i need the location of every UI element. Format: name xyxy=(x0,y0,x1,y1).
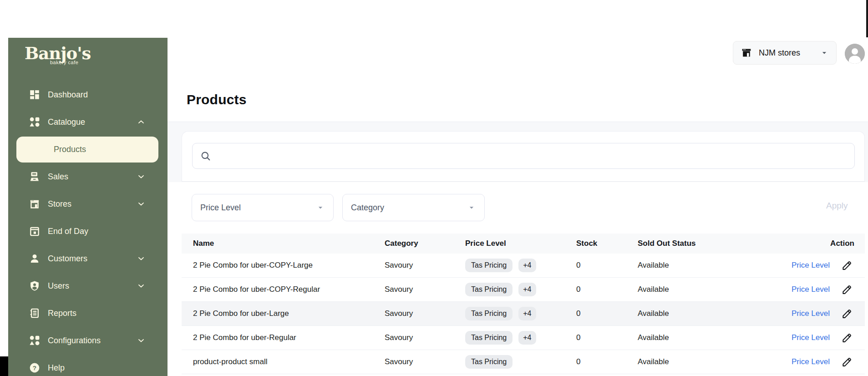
product-stock: 0 xyxy=(576,326,638,350)
user-avatar[interactable] xyxy=(845,44,865,64)
product-category: Savoury xyxy=(385,278,465,302)
sold-out-status: Available xyxy=(638,254,765,278)
scrollbar-edge[interactable] xyxy=(866,0,868,37)
search-box xyxy=(192,143,855,169)
search-input[interactable] xyxy=(212,143,854,168)
product-stock: 0 xyxy=(576,302,638,326)
product-name: product-product small xyxy=(182,350,385,374)
sold-out-status: Available xyxy=(638,278,765,302)
sidebar-item-customers[interactable]: Customers xyxy=(8,245,168,272)
table-row: 2 Pie Combo for uber-COPY-LargeSavouryTa… xyxy=(182,254,865,278)
sidebar-item-label: Customers xyxy=(48,254,87,264)
price-level-link[interactable]: Price Level xyxy=(792,261,830,270)
price-level-chip: Tas Pricing xyxy=(465,355,513,369)
price-level-link[interactable]: Price Level xyxy=(792,309,830,318)
banjos-logo: Banjo's bakery cafe xyxy=(25,44,116,65)
table-row: 2 Pie Combo for uber-RegularSavouryTas P… xyxy=(182,326,865,350)
edit-pencil-button[interactable] xyxy=(841,284,853,295)
sidebar-item-users[interactable]: Users xyxy=(8,272,168,300)
price-level-select-label: Price Level xyxy=(200,203,241,213)
sidebar-item-dashboard[interactable]: Dashboard xyxy=(8,81,168,108)
product-name: 2 Pie Combo for uber-Regular xyxy=(182,326,385,350)
column-header-action: Action xyxy=(765,234,865,254)
column-header-category: Category xyxy=(385,234,465,254)
sidebar-item-sales[interactable]: Sales xyxy=(8,163,168,190)
sidebar-item-label: Help xyxy=(48,363,65,373)
product-name: 2 Pie Combo for uber-COPY-Large xyxy=(182,254,385,278)
reports-icon xyxy=(29,307,41,319)
sidebar-item-label: Configurations xyxy=(48,336,101,346)
price-level-chip: Tas Pricing xyxy=(465,307,513,320)
chevron-up-icon xyxy=(137,117,146,127)
sidebar-item-catalogue[interactable]: Catalogue xyxy=(8,108,168,136)
sidebar-subitem-products-active[interactable]: Products xyxy=(16,137,158,163)
product-category: Savoury xyxy=(385,350,465,374)
sidebar-item-help[interactable]: ?Help xyxy=(8,354,168,376)
sidebar-item-label: Dashboard xyxy=(48,90,88,100)
table-row: 2 Pie Combo for uber-LargeSavouryTas Pri… xyxy=(182,302,865,326)
edit-pencil-button[interactable] xyxy=(841,259,853,271)
sold-out-status: Available xyxy=(638,326,765,350)
product-name: 2 Pie Combo for uber-COPY-Regular xyxy=(182,278,385,302)
column-header-price-level: Price Level xyxy=(465,234,576,254)
price-level-more-chip[interactable]: +4 xyxy=(518,307,536,320)
page-title: Products xyxy=(187,92,247,107)
column-header-stock: Stock xyxy=(576,234,638,254)
price-level-more-chip[interactable]: +4 xyxy=(518,259,536,272)
edit-pencil-button[interactable] xyxy=(841,356,853,368)
person-icon xyxy=(29,253,41,264)
chevron-down-icon xyxy=(137,281,146,290)
price-level-select[interactable]: Price Level xyxy=(192,194,334,221)
chevron-down-icon xyxy=(820,48,829,57)
sidebar-nav: DashboardCatalogueProductsSalesStoresEnd… xyxy=(8,81,168,376)
sidebar-item-label: Users xyxy=(48,281,69,291)
price-level-link[interactable]: Price Level xyxy=(792,285,830,294)
help-icon: ? xyxy=(29,362,41,374)
sidebar-item-label: Reports xyxy=(48,309,76,318)
dashboard-icon xyxy=(29,89,41,101)
calendar-icon xyxy=(29,225,41,237)
sidebar-item-configurations[interactable]: Configurations xyxy=(8,327,168,354)
store-selector-label: NJM stores xyxy=(759,48,800,58)
edit-pencil-button[interactable] xyxy=(841,332,853,344)
sidebar-item-reports[interactable]: Reports xyxy=(8,300,168,327)
sidebar-item-label: Catalogue xyxy=(48,117,85,127)
product-stock: 0 xyxy=(576,254,638,278)
sold-out-status: Available xyxy=(638,350,765,374)
edit-pencil-button[interactable] xyxy=(841,308,853,320)
sidebar-item-stores[interactable]: Stores xyxy=(8,190,168,218)
category-select-label: Category xyxy=(351,203,384,213)
product-category: Savoury xyxy=(385,254,465,278)
chevron-down-icon xyxy=(316,203,325,212)
chevron-down-icon xyxy=(137,199,146,208)
products-table: NameCategoryPrice LevelStockSold Out Sta… xyxy=(182,234,865,374)
price-level-more-chip[interactable]: +4 xyxy=(518,331,536,345)
price-level-link[interactable]: Price Level xyxy=(792,333,830,342)
price-level-chip: Tas Pricing xyxy=(465,283,513,296)
store-selector[interactable]: NJM stores xyxy=(733,41,837,65)
price-level-more-chip[interactable]: +4 xyxy=(518,283,536,296)
sidebar-item-label: End of Day xyxy=(48,227,88,236)
price-level-chip: Tas Pricing xyxy=(465,259,513,272)
price-level-chip: Tas Pricing xyxy=(465,331,513,345)
product-stock: 0 xyxy=(576,350,638,374)
apply-button[interactable]: Apply xyxy=(826,201,863,211)
price-level-link[interactable]: Price Level xyxy=(792,357,830,366)
sidebar-item-label: Sales xyxy=(48,172,68,182)
svg-text:?: ? xyxy=(33,365,36,371)
storefront-icon xyxy=(29,198,41,210)
category-select[interactable]: Category xyxy=(342,194,485,221)
screen-artifact-bottom-left xyxy=(0,356,8,376)
sold-out-status: Available xyxy=(638,302,765,326)
category-icon xyxy=(29,335,41,346)
column-header-sold-out-status: Sold Out Status xyxy=(638,234,765,254)
chevron-down-icon xyxy=(137,254,146,263)
shield-person-icon xyxy=(29,280,41,292)
sidebar-item-label: Stores xyxy=(48,199,71,209)
sidebar-item-end-of-day[interactable]: End of Day xyxy=(8,218,168,245)
pos-icon xyxy=(29,171,41,183)
storefront-icon xyxy=(741,47,752,59)
product-category: Savoury xyxy=(385,326,465,350)
chevron-down-icon xyxy=(137,336,146,345)
product-stock: 0 xyxy=(576,278,638,302)
